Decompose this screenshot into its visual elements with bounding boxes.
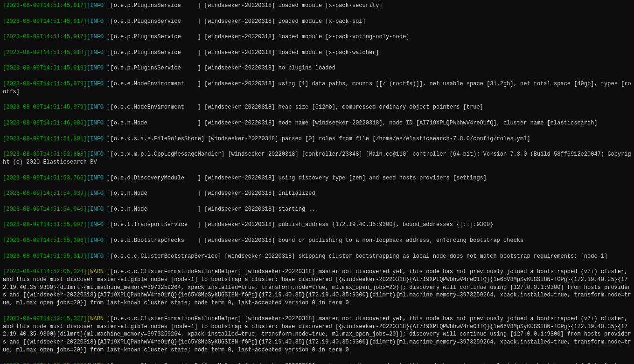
log-line: [2023-08-09T14:51:46,086][INFO ][o.e.n.N… <box>3 119 631 127</box>
log-line: [2023-08-09T14:51:45,919][INFO ][o.e.p.P… <box>3 64 631 72</box>
log-line: [2023-08-09T14:51:55,097][INFO ][o.e.t.T… <box>3 221 631 229</box>
log-line: [2023-08-09T14:51:53,766][INFO ][o.e.d.D… <box>3 174 631 182</box>
log-line: [2023-08-09T14:52:25,330][WARN ][o.e.c.c… <box>3 362 631 364</box>
log-line: [2023-08-09T14:51:45,917][INFO ][o.e.p.P… <box>3 33 631 41</box>
log-line: [2023-08-09T14:51:51,801][INFO ][o.e.x.s… <box>3 135 631 143</box>
log-line: [2023-08-09T14:51:54,939][INFO ][o.e.n.N… <box>3 190 631 198</box>
log-line: [2023-08-09T14:51:52,808][INFO ][o.e.x.m… <box>3 151 631 166</box>
log-line: [2023-08-09T14:51:55,319][INFO ][o.e.c.c… <box>3 253 631 261</box>
log-line: [2023-08-09T14:51:45,917][INFO ][o.e.p.P… <box>3 2 631 10</box>
log-line: [2023-08-09T14:52:05,324][WARN ][o.e.c.c… <box>3 268 631 307</box>
log-line: [2023-08-09T14:51:45,917][INFO ][o.e.p.P… <box>3 18 631 26</box>
log-line: [2023-08-09T14:51:45,979][INFO ][o.e.e.N… <box>3 80 631 96</box>
terminal-output: [2023-08-09T14:51:45,917][INFO ][o.e.p.P… <box>0 0 634 364</box>
log-line: [2023-08-09T14:51:45,918][INFO ][o.e.p.P… <box>3 49 631 57</box>
log-line: [2023-08-09T14:52:15,327][WARN ][o.e.c.c… <box>3 315 631 354</box>
log-line: [2023-08-09T14:51:54,940][INFO ][o.e.n.N… <box>3 206 631 213</box>
log-line: [2023-08-09T14:51:55,306][INFO ][o.e.b.B… <box>3 237 631 245</box>
log-line: [2023-08-09T14:51:45,979][INFO ][o.e.e.N… <box>3 103 631 111</box>
